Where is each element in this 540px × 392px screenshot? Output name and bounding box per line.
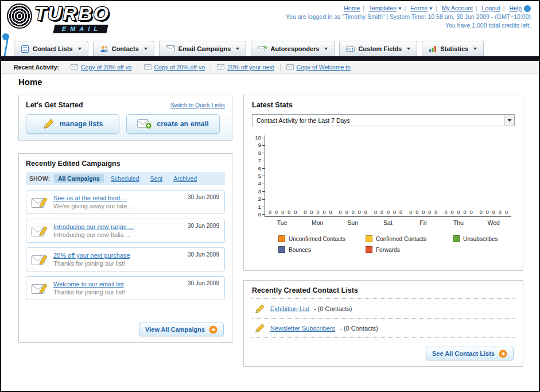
chart-x-labels: TueMonSunSatFriThuWed — [265, 219, 515, 226]
campaign-item[interactable]: Introducing our new range ... Introducin… — [26, 219, 225, 243]
campaign-subtitle: Thanks for joining our list! — [53, 289, 125, 296]
view-all-campaigns-button[interactable]: View All Campaigns — [139, 323, 224, 336]
recent-activity-link[interactable]: 20% off your next — [227, 64, 274, 71]
chevron-down-icon — [324, 48, 328, 50]
bar-value-label: 0 — [380, 209, 383, 215]
recent-activity-bar: Recent Activity: Copy of 20% off yo Copy… — [1, 61, 539, 74]
login-info: You are logged in as "Timothy Smith" | S… — [286, 13, 531, 21]
campaign-title-link[interactable]: Welcome to our email list — [53, 281, 125, 288]
logo-swirl-icon — [7, 3, 32, 29]
contact-list-item[interactable]: Exhibition List - (0 Contacts) — [252, 299, 515, 319]
nav-tab-statistics[interactable]: Statistics — [422, 41, 484, 56]
app-window: TURBO EMAIL Home Templates Forms My Acco… — [0, 0, 540, 392]
bar-value-label: 0 — [374, 209, 377, 215]
filter-tab-scheduled[interactable]: Scheduled — [107, 174, 143, 183]
see-all-contact-lists-button[interactable]: See All Contact Lists — [426, 347, 514, 360]
bar-value-label: 0 — [470, 209, 473, 215]
logo-text: TURBO EMAIL — [34, 3, 110, 33]
envelope-icon — [286, 64, 294, 70]
bar-value-label: 0 — [288, 209, 290, 215]
recent-activity-item: 20% off your next — [211, 64, 280, 71]
campaign-title-link[interactable]: See us at the retail food ... — [53, 195, 134, 201]
nav-divider-bar — [1, 56, 539, 61]
campaigns-title: Recently Edited Campaigns — [26, 160, 225, 168]
logo-secondary-text: EMAIL — [53, 25, 108, 33]
nav-tab-label: Contacts — [112, 45, 139, 52]
recent-activity-item: Copy of 20% off yo — [65, 64, 138, 71]
recent-campaigns-panel: Recently Edited Campaigns SHOW: All Camp… — [18, 153, 232, 343]
chevron-down-icon — [236, 48, 239, 50]
my-account-link[interactable]: My Account — [442, 5, 473, 11]
logo-primary-text: TURBO — [34, 3, 110, 23]
switch-quick-links[interactable]: Switch to Quick Links — [170, 102, 225, 108]
latest-stats-panel: Latest Stats Contact Activity for the La… — [243, 95, 523, 271]
y-axis-tick-label: 2 — [252, 197, 265, 201]
stats-title: Latest Stats — [252, 101, 515, 109]
campaign-item[interactable]: 20% off your next purchase Thanks for jo… — [26, 247, 225, 271]
filter-tab-archived[interactable]: Archived — [169, 174, 201, 183]
dropdown-arrow-icon — [398, 7, 402, 10]
bar-value-label: 0 — [352, 209, 355, 215]
page-title: Home — [18, 77, 42, 87]
bar-value-label: 0 — [358, 209, 361, 215]
bar-value-label: 0 — [434, 209, 437, 215]
help-link[interactable]: Help — [509, 5, 522, 11]
bar-value-label: 0 — [310, 209, 313, 215]
y-axis-tick-label: 5 — [252, 174, 265, 178]
chart-plot-area: 00000000000000000000000000000000000 — [265, 135, 511, 217]
nav-tab-contact-lists[interactable]: Contact Lists — [14, 41, 88, 56]
legend-item: Unconfirmed Contacts — [278, 235, 366, 242]
help-icon[interactable] — [524, 5, 531, 12]
edit-campaign-icon — [31, 195, 48, 209]
home-link[interactable]: Home — [344, 5, 360, 11]
create-email-button[interactable]: create an email — [126, 114, 220, 134]
logout-link[interactable]: Logout — [482, 5, 500, 11]
stats-period-value: Contact Activity for the Last 7 Days — [257, 117, 350, 124]
header-utility: Home Templates Forms My Account Logout H… — [286, 4, 531, 30]
contact-list-item[interactable]: Newsletter Subscribers - (0 Contacts) — [252, 319, 515, 338]
templates-link[interactable]: Templates — [369, 5, 397, 11]
filter-tab-all-campaigns[interactable]: All Campaigns — [54, 174, 104, 183]
nav-tab-label: Statistics — [440, 45, 468, 52]
get-started-buttons: manage lists create an email — [26, 114, 225, 134]
bar-value-label: 0 — [499, 209, 502, 215]
nav-tab-label: Contact Lists — [33, 45, 73, 52]
nav-tab-autoresponders[interactable]: Autoresponders — [251, 41, 335, 56]
recent-activity-link[interactable]: Copy of 20% off yo — [81, 64, 132, 71]
contact-activity-chart: 109876543210 000000000000000000000000000… — [252, 135, 515, 217]
nav-tab-email-campaigns[interactable]: Email Campaigns — [159, 41, 247, 56]
y-axis-tick-label: 3 — [252, 189, 265, 194]
recent-activity-label: Recent Activity: — [14, 64, 59, 71]
campaign-title-link[interactable]: 20% off your next purchase — [53, 252, 130, 259]
legend-item: Confirmed Contacts — [366, 235, 453, 242]
bar-value-label: 0 — [364, 209, 367, 215]
contact-list-link[interactable]: Exhibition List — [270, 305, 309, 312]
chevron-down-icon — [507, 119, 512, 122]
campaign-filter-bar: SHOW: All Campaigns Scheduled Sent Archi… — [26, 172, 225, 185]
bar-value-label: 0 — [450, 209, 453, 215]
filter-tab-sent[interactable]: Sent — [146, 174, 167, 183]
bar-value-label: 0 — [399, 209, 402, 215]
campaign-item[interactable]: See us at the retail food ... We're givi… — [26, 190, 225, 214]
credits-info: You have 1,000 total credits left. — [286, 21, 531, 30]
view-all-campaigns-label: View All Campaigns — [145, 326, 205, 333]
bar-value-label: 0 — [422, 209, 425, 215]
contact-list-meta: - (0 Contacts) — [340, 325, 378, 332]
campaign-title-link[interactable]: Introducing our new range ... — [53, 223, 134, 230]
bar-value-label: 0 — [281, 209, 284, 215]
nav-tab-contacts[interactable]: Contacts — [93, 41, 154, 56]
campaign-subtitle: Introducing our new Italia ... — [53, 231, 134, 238]
recent-activity-link[interactable]: Copy of 20% off yo — [154, 64, 205, 71]
chevron-down-icon — [78, 48, 81, 50]
chevron-down-icon — [144, 48, 147, 50]
recent-activity-item: Copy of 20% off yo — [138, 64, 211, 71]
contact-list-link[interactable]: Newsletter Subscribers — [270, 325, 335, 332]
stats-period-select[interactable]: Contact Activity for the Last 7 Days — [252, 114, 515, 126]
main-nav: Contact Lists Contacts Email Campaigns A… — [1, 39, 539, 56]
forms-link[interactable]: Forms — [410, 5, 428, 11]
manage-lists-button[interactable]: manage lists — [26, 114, 119, 134]
campaign-item[interactable]: Welcome to our email list Thanks for joi… — [26, 276, 225, 300]
envelope-plus-icon — [137, 118, 152, 130]
nav-tab-custom-fields[interactable]: Custom Fields — [339, 41, 417, 56]
recent-activity-link[interactable]: Copy of Welcome to — [297, 64, 351, 71]
